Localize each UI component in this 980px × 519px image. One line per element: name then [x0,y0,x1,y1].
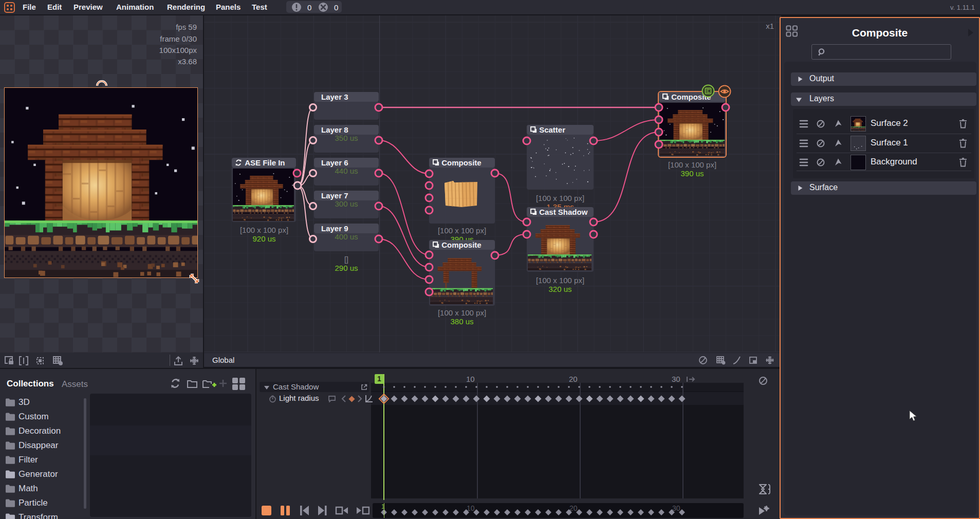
svg-text:0: 0 [334,3,338,12]
svg-text:0: 0 [307,3,311,12]
